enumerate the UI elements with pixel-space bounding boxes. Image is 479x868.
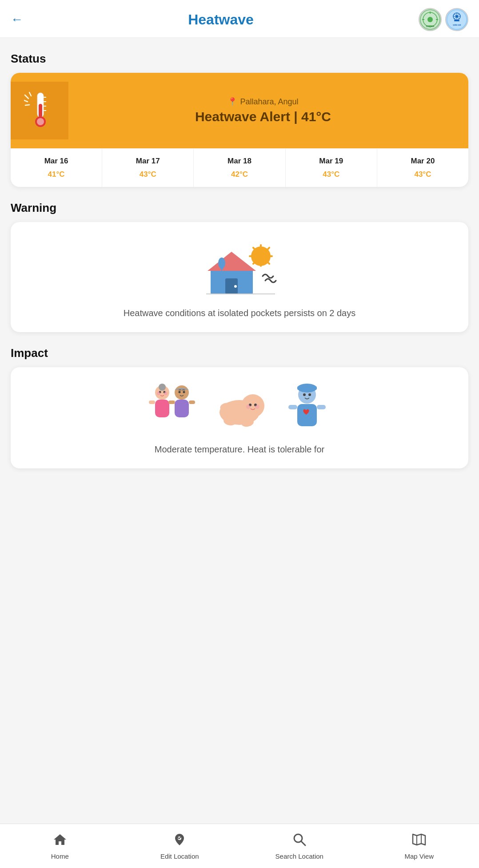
- nav-map-view-label: Map View: [404, 852, 434, 860]
- svg-line-18: [24, 100, 28, 102]
- location-pin-icon: 📍: [228, 97, 237, 107]
- status-section-title: Status: [11, 52, 468, 66]
- nav-search-location[interactable]: Search Location: [239, 824, 359, 868]
- forecast-temp-2: 42°C: [197, 170, 281, 179]
- app-header: ← Heatwave OSDMA: [0, 0, 479, 38]
- back-button[interactable]: ←: [11, 12, 23, 27]
- main-content: Status: [0, 38, 479, 536]
- worker-figure: [280, 381, 334, 435]
- osdma-logo: OSDMA: [419, 8, 442, 31]
- forecast-date-4: Mar 20: [381, 157, 465, 166]
- alert-banner: 📍 Pallahara, Angul Heatwave Alert | 41°C: [11, 73, 468, 148]
- alert-info: 📍 Pallahara, Angul Heatwave Alert | 41°C: [68, 97, 458, 124]
- emblem-logo: सत्यमेव जयते: [445, 8, 468, 31]
- impact-text: Moderate temperature. Heat is tolerable …: [21, 443, 458, 456]
- impact-section-title: Impact: [11, 346, 468, 360]
- forecast-day-4: Mar 20 43°C: [377, 149, 468, 187]
- forecast-date-1: Mar 17: [106, 157, 190, 166]
- forecast-row: Mar 16 41°C Mar 17 43°C Mar 18 42°C Mar …: [11, 148, 468, 187]
- svg-line-81: [301, 841, 305, 845]
- svg-point-50: [157, 392, 160, 395]
- header-logos: OSDMA सत्यमेव जयते: [419, 8, 468, 31]
- forecast-day-2: Mar 18 42°C: [194, 149, 285, 187]
- svg-point-55: [175, 385, 189, 400]
- page-title: Heatwave: [23, 12, 419, 28]
- warning-card: Heatwave conditions at isolated pockets …: [11, 222, 468, 332]
- svg-rect-32: [260, 262, 262, 267]
- nav-search-location-label: Search Location: [275, 852, 323, 860]
- home-icon: [53, 832, 67, 850]
- alert-text: Heatwave Alert | 41°C: [68, 109, 458, 124]
- svg-rect-59: [168, 400, 175, 404]
- edit-location-icon: [172, 832, 187, 850]
- svg-marker-82: [413, 834, 425, 845]
- svg-point-57: [183, 391, 185, 393]
- forecast-temp-4: 43°C: [381, 170, 465, 179]
- svg-point-51: [164, 392, 168, 395]
- svg-line-17: [25, 95, 28, 99]
- forecast-temp-3: 43°C: [289, 170, 373, 179]
- nav-home[interactable]: Home: [0, 824, 120, 868]
- svg-text:सत्यमेव जयते: सत्यमेव जयते: [452, 24, 461, 26]
- svg-rect-34: [268, 255, 273, 257]
- svg-point-47: [159, 384, 166, 391]
- forecast-day-3: Mar 19 43°C: [286, 149, 377, 187]
- svg-point-74: [308, 393, 311, 396]
- forecast-day-0: Mar 16 41°C: [11, 149, 102, 187]
- nav-home-label: Home: [51, 852, 69, 860]
- svg-line-20: [29, 92, 31, 96]
- nav-edit-location-label: Edit Location: [160, 852, 199, 860]
- map-icon: [412, 832, 426, 850]
- warning-section-title: Warning: [11, 201, 468, 215]
- thermometer-section: [11, 82, 68, 139]
- baby-figure: [213, 381, 266, 435]
- forecast-temp-0: 41°C: [14, 170, 98, 179]
- forecast-day-1: Mar 17 43°C: [102, 149, 194, 187]
- svg-point-62: [241, 394, 264, 417]
- svg-rect-58: [175, 400, 189, 417]
- svg-rect-72: [297, 386, 317, 390]
- status-card: 📍 Pallahara, Angul Heatwave Alert | 41°C…: [11, 73, 468, 187]
- location-row: 📍 Pallahara, Angul: [68, 97, 458, 107]
- svg-rect-22: [39, 104, 42, 117]
- svg-point-65: [246, 404, 251, 409]
- svg-point-66: [255, 404, 259, 409]
- svg-rect-15: [454, 20, 459, 21]
- svg-point-30: [255, 250, 267, 262]
- svg-rect-77: [317, 405, 326, 409]
- forecast-temp-1: 43°C: [106, 170, 190, 179]
- svg-rect-60: [189, 400, 195, 404]
- svg-point-73: [303, 393, 306, 396]
- location-name: Pallahara, Angul: [240, 97, 298, 107]
- nav-map-view[interactable]: Map View: [359, 824, 479, 868]
- bottom-nav: Home Edit Location Search Location: [0, 824, 479, 868]
- forecast-date-3: Mar 19: [289, 157, 373, 166]
- svg-point-24: [37, 118, 44, 125]
- nav-edit-location[interactable]: Edit Location: [120, 824, 240, 868]
- heatwave-illustration: [195, 236, 284, 298]
- svg-rect-53: [149, 400, 155, 404]
- svg-marker-78: [54, 834, 66, 845]
- impact-figures: [21, 381, 458, 435]
- svg-rect-76: [288, 405, 297, 409]
- svg-rect-33: [249, 255, 253, 257]
- forecast-date-2: Mar 18: [197, 157, 281, 166]
- elderly-couple-figure: [145, 381, 199, 435]
- svg-point-56: [179, 391, 181, 393]
- impact-card: Moderate temperature. Heat is tolerable …: [11, 367, 468, 468]
- forecast-date-0: Mar 16: [14, 157, 98, 166]
- search-icon: [292, 832, 307, 850]
- svg-line-19: [25, 105, 29, 105]
- svg-point-2: [427, 17, 433, 22]
- svg-rect-31: [260, 244, 262, 249]
- svg-marker-40: [208, 252, 256, 271]
- warning-text: Heatwave conditions at isolated pockets …: [124, 306, 356, 320]
- svg-rect-52: [155, 400, 169, 417]
- svg-point-42: [234, 285, 237, 288]
- svg-rect-75: [297, 404, 317, 426]
